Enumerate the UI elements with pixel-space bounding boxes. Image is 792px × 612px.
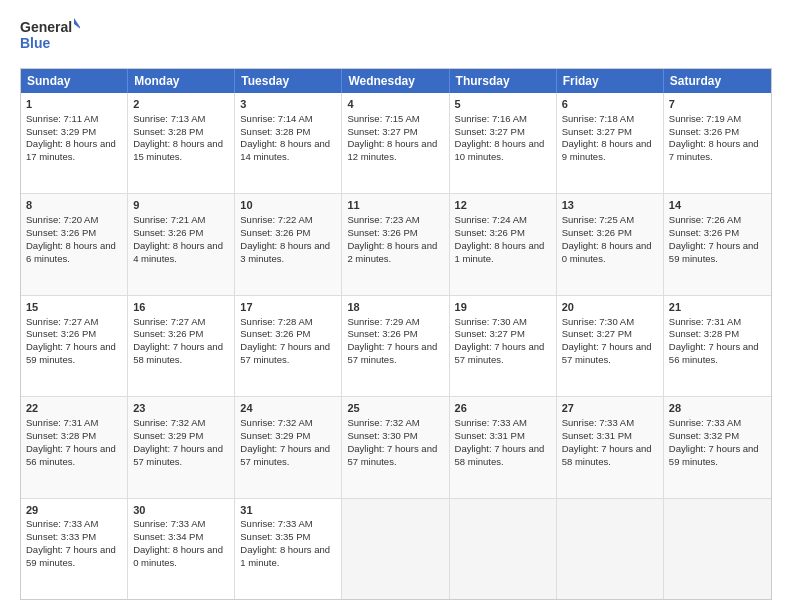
daylight: Daylight: 8 hours and 9 minutes.	[562, 138, 652, 162]
daylight: Daylight: 7 hours and 59 minutes.	[669, 443, 759, 467]
calendar-cell: 31Sunrise: 7:33 AMSunset: 3:35 PMDayligh…	[235, 499, 342, 599]
daylight: Daylight: 7 hours and 56 minutes.	[26, 443, 116, 467]
calendar-cell-empty	[557, 499, 664, 599]
daylight: Daylight: 8 hours and 14 minutes.	[240, 138, 330, 162]
daylight: Daylight: 8 hours and 1 minute.	[455, 240, 545, 264]
calendar-cell: 6Sunrise: 7:18 AMSunset: 3:27 PMDaylight…	[557, 93, 664, 193]
sunset: Sunset: 3:28 PM	[133, 126, 203, 137]
calendar-cell: 27Sunrise: 7:33 AMSunset: 3:31 PMDayligh…	[557, 397, 664, 497]
svg-text:General: General	[20, 19, 72, 35]
sunrise: Sunrise: 7:33 AM	[26, 518, 98, 529]
sunrise: Sunrise: 7:19 AM	[669, 113, 741, 124]
calendar-cell: 16Sunrise: 7:27 AMSunset: 3:26 PMDayligh…	[128, 296, 235, 396]
day-number: 15	[26, 300, 122, 315]
day-number: 19	[455, 300, 551, 315]
sunrise: Sunrise: 7:21 AM	[133, 214, 205, 225]
day-number: 2	[133, 97, 229, 112]
calendar-cell: 17Sunrise: 7:28 AMSunset: 3:26 PMDayligh…	[235, 296, 342, 396]
sunset: Sunset: 3:26 PM	[26, 328, 96, 339]
calendar-header-day: Saturday	[664, 69, 771, 93]
daylight: Daylight: 7 hours and 57 minutes.	[133, 443, 223, 467]
daylight: Daylight: 8 hours and 3 minutes.	[240, 240, 330, 264]
calendar-cell: 5Sunrise: 7:16 AMSunset: 3:27 PMDaylight…	[450, 93, 557, 193]
calendar-cell: 30Sunrise: 7:33 AMSunset: 3:34 PMDayligh…	[128, 499, 235, 599]
calendar-cell: 1Sunrise: 7:11 AMSunset: 3:29 PMDaylight…	[21, 93, 128, 193]
sunset: Sunset: 3:31 PM	[455, 430, 525, 441]
sunrise: Sunrise: 7:25 AM	[562, 214, 634, 225]
sunset: Sunset: 3:26 PM	[347, 227, 417, 238]
day-number: 24	[240, 401, 336, 416]
calendar-cell: 28Sunrise: 7:33 AMSunset: 3:32 PMDayligh…	[664, 397, 771, 497]
calendar-row: 22Sunrise: 7:31 AMSunset: 3:28 PMDayligh…	[21, 396, 771, 497]
calendar-cell: 25Sunrise: 7:32 AMSunset: 3:30 PMDayligh…	[342, 397, 449, 497]
sunrise: Sunrise: 7:11 AM	[26, 113, 98, 124]
sunset: Sunset: 3:27 PM	[562, 328, 632, 339]
day-number: 18	[347, 300, 443, 315]
calendar-cell: 9Sunrise: 7:21 AMSunset: 3:26 PMDaylight…	[128, 194, 235, 294]
sunset: Sunset: 3:27 PM	[562, 126, 632, 137]
calendar-cell: 2Sunrise: 7:13 AMSunset: 3:28 PMDaylight…	[128, 93, 235, 193]
sunset: Sunset: 3:26 PM	[669, 227, 739, 238]
daylight: Daylight: 8 hours and 0 minutes.	[133, 544, 223, 568]
calendar-cell-empty	[342, 499, 449, 599]
daylight: Daylight: 8 hours and 0 minutes.	[562, 240, 652, 264]
day-number: 8	[26, 198, 122, 213]
sunrise: Sunrise: 7:33 AM	[240, 518, 312, 529]
sunset: Sunset: 3:33 PM	[26, 531, 96, 542]
calendar-header-day: Monday	[128, 69, 235, 93]
svg-text:Blue: Blue	[20, 35, 51, 51]
day-number: 26	[455, 401, 551, 416]
sunset: Sunset: 3:30 PM	[347, 430, 417, 441]
sunset: Sunset: 3:26 PM	[455, 227, 525, 238]
sunset: Sunset: 3:26 PM	[240, 227, 310, 238]
sunrise: Sunrise: 7:29 AM	[347, 316, 419, 327]
sunset: Sunset: 3:29 PM	[240, 430, 310, 441]
daylight: Daylight: 7 hours and 57 minutes.	[347, 443, 437, 467]
day-number: 30	[133, 503, 229, 518]
sunrise: Sunrise: 7:23 AM	[347, 214, 419, 225]
calendar-cell: 20Sunrise: 7:30 AMSunset: 3:27 PMDayligh…	[557, 296, 664, 396]
daylight: Daylight: 7 hours and 58 minutes.	[133, 341, 223, 365]
calendar-header-day: Sunday	[21, 69, 128, 93]
calendar-page: General Blue SundayMondayTuesdayWednesda…	[0, 0, 792, 612]
day-number: 27	[562, 401, 658, 416]
day-number: 6	[562, 97, 658, 112]
calendar-header-day: Tuesday	[235, 69, 342, 93]
calendar-cell: 23Sunrise: 7:32 AMSunset: 3:29 PMDayligh…	[128, 397, 235, 497]
day-number: 13	[562, 198, 658, 213]
sunrise: Sunrise: 7:27 AM	[133, 316, 205, 327]
calendar-cell: 3Sunrise: 7:14 AMSunset: 3:28 PMDaylight…	[235, 93, 342, 193]
sunrise: Sunrise: 7:32 AM	[240, 417, 312, 428]
sunrise: Sunrise: 7:13 AM	[133, 113, 205, 124]
sunset: Sunset: 3:32 PM	[669, 430, 739, 441]
daylight: Daylight: 7 hours and 57 minutes.	[455, 341, 545, 365]
sunrise: Sunrise: 7:33 AM	[562, 417, 634, 428]
day-number: 28	[669, 401, 766, 416]
daylight: Daylight: 7 hours and 59 minutes.	[669, 240, 759, 264]
calendar-header-day: Friday	[557, 69, 664, 93]
sunrise: Sunrise: 7:33 AM	[455, 417, 527, 428]
daylight: Daylight: 7 hours and 57 minutes.	[347, 341, 437, 365]
sunset: Sunset: 3:28 PM	[240, 126, 310, 137]
calendar-header: SundayMondayTuesdayWednesdayThursdayFrid…	[21, 69, 771, 93]
daylight: Daylight: 8 hours and 6 minutes.	[26, 240, 116, 264]
daylight: Daylight: 8 hours and 4 minutes.	[133, 240, 223, 264]
page-header: General Blue	[20, 16, 772, 58]
daylight: Daylight: 8 hours and 17 minutes.	[26, 138, 116, 162]
daylight: Daylight: 7 hours and 56 minutes.	[669, 341, 759, 365]
sunset: Sunset: 3:34 PM	[133, 531, 203, 542]
day-number: 1	[26, 97, 122, 112]
logo: General Blue	[20, 16, 80, 58]
day-number: 25	[347, 401, 443, 416]
day-number: 7	[669, 97, 766, 112]
day-number: 29	[26, 503, 122, 518]
calendar-cell: 21Sunrise: 7:31 AMSunset: 3:28 PMDayligh…	[664, 296, 771, 396]
calendar-cell: 7Sunrise: 7:19 AMSunset: 3:26 PMDaylight…	[664, 93, 771, 193]
calendar-header-day: Thursday	[450, 69, 557, 93]
sunrise: Sunrise: 7:15 AM	[347, 113, 419, 124]
daylight: Daylight: 8 hours and 1 minute.	[240, 544, 330, 568]
day-number: 10	[240, 198, 336, 213]
sunrise: Sunrise: 7:27 AM	[26, 316, 98, 327]
daylight: Daylight: 7 hours and 57 minutes.	[562, 341, 652, 365]
day-number: 16	[133, 300, 229, 315]
